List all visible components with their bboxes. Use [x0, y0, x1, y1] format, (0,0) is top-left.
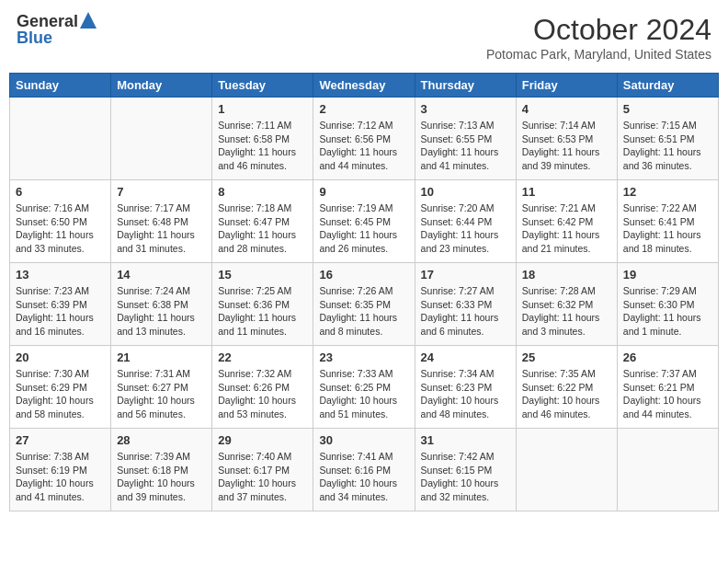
- cell-content: Sunrise: 7:38 AMSunset: 6:19 PMDaylight:…: [16, 450, 105, 504]
- calendar-cell: [111, 98, 212, 180]
- day-number: 24: [421, 350, 510, 364]
- calendar-cell: 12Sunrise: 7:22 AMSunset: 6:41 PMDayligh…: [617, 180, 718, 263]
- day-header-tuesday: Tuesday: [212, 74, 313, 98]
- cell-content: Sunrise: 7:37 AMSunset: 6:21 PMDaylight:…: [623, 367, 712, 421]
- day-number: 7: [117, 185, 206, 199]
- day-number: 26: [623, 350, 712, 364]
- day-number: 18: [522, 268, 611, 282]
- cell-content: Sunrise: 7:32 AMSunset: 6:26 PMDaylight:…: [218, 367, 307, 421]
- day-number: 27: [16, 433, 105, 447]
- logo-general-text: General: [17, 13, 78, 29]
- title-area: October 2024 Potomac Park, Maryland, Uni…: [486, 13, 711, 62]
- day-number: 20: [16, 350, 105, 364]
- calendar-cell: 23Sunrise: 7:33 AMSunset: 6:25 PMDayligh…: [313, 346, 415, 429]
- day-header-saturday: Saturday: [617, 74, 718, 98]
- calendar-cell: 13Sunrise: 7:23 AMSunset: 6:39 PMDayligh…: [10, 263, 111, 346]
- calendar-cell: 8Sunrise: 7:18 AMSunset: 6:47 PMDaylight…: [212, 180, 313, 263]
- day-number: 11: [522, 185, 611, 199]
- day-number: 22: [218, 350, 307, 364]
- calendar-cell: 4Sunrise: 7:14 AMSunset: 6:53 PMDaylight…: [516, 98, 617, 180]
- cell-content: Sunrise: 7:20 AMSunset: 6:44 PMDaylight:…: [421, 201, 510, 256]
- cell-content: Sunrise: 7:16 AMSunset: 6:50 PMDaylight:…: [16, 201, 105, 256]
- calendar-cell: 16Sunrise: 7:26 AMSunset: 6:35 PMDayligh…: [313, 263, 415, 346]
- logo: General Blue: [17, 13, 97, 46]
- calendar-cell: 1Sunrise: 7:11 AMSunset: 6:58 PMDaylight…: [212, 98, 313, 180]
- cell-content: Sunrise: 7:34 AMSunset: 6:23 PMDaylight:…: [421, 367, 510, 421]
- calendar-cell: [617, 429, 718, 511]
- calendar-table: SundayMondayTuesdayWednesdayThursdayFrid…: [9, 73, 719, 511]
- cell-content: Sunrise: 7:15 AMSunset: 6:51 PMDaylight:…: [623, 119, 712, 173]
- day-number: 15: [218, 268, 307, 282]
- calendar-cell: 26Sunrise: 7:37 AMSunset: 6:21 PMDayligh…: [617, 346, 718, 429]
- day-number: 12: [623, 185, 712, 199]
- cell-content: Sunrise: 7:24 AMSunset: 6:38 PMDaylight:…: [117, 284, 206, 339]
- day-number: 17: [421, 268, 510, 282]
- day-header-wednesday: Wednesday: [313, 74, 415, 98]
- day-header-sunday: Sunday: [10, 74, 111, 98]
- day-number: 16: [319, 268, 408, 282]
- calendar-cell: 2Sunrise: 7:12 AMSunset: 6:56 PMDaylight…: [313, 98, 415, 180]
- day-number: 19: [623, 268, 712, 282]
- cell-content: Sunrise: 7:39 AMSunset: 6:18 PMDaylight:…: [117, 450, 206, 504]
- cell-content: Sunrise: 7:35 AMSunset: 6:22 PMDaylight:…: [522, 367, 611, 421]
- day-number: 9: [319, 185, 408, 199]
- logo-blue-text: Blue: [17, 29, 52, 46]
- calendar-cell: 20Sunrise: 7:30 AMSunset: 6:29 PMDayligh…: [10, 346, 111, 429]
- calendar-cell: 15Sunrise: 7:25 AMSunset: 6:36 PMDayligh…: [212, 263, 313, 346]
- calendar-cell: 29Sunrise: 7:40 AMSunset: 6:17 PMDayligh…: [212, 429, 313, 511]
- cell-content: Sunrise: 7:41 AMSunset: 6:16 PMDaylight:…: [319, 450, 408, 504]
- day-number: 2: [319, 102, 408, 116]
- day-number: 4: [522, 102, 611, 116]
- cell-content: Sunrise: 7:40 AMSunset: 6:17 PMDaylight:…: [218, 450, 307, 504]
- logo-triangle-icon: [80, 12, 97, 29]
- location: Potomac Park, Maryland, United States: [486, 47, 711, 62]
- cell-content: Sunrise: 7:27 AMSunset: 6:33 PMDaylight:…: [421, 284, 510, 339]
- cell-content: Sunrise: 7:14 AMSunset: 6:53 PMDaylight:…: [522, 119, 611, 173]
- day-number: 23: [319, 350, 408, 364]
- calendar-week-row: 1Sunrise: 7:11 AMSunset: 6:58 PMDaylight…: [10, 98, 719, 180]
- cell-content: Sunrise: 7:21 AMSunset: 6:42 PMDaylight:…: [522, 201, 611, 256]
- calendar-cell: 17Sunrise: 7:27 AMSunset: 6:33 PMDayligh…: [415, 263, 516, 346]
- day-number: 31: [421, 433, 510, 447]
- calendar-cell: 25Sunrise: 7:35 AMSunset: 6:22 PMDayligh…: [516, 346, 617, 429]
- page-header: General Blue October 2024 Potomac Park, …: [9, 9, 719, 65]
- calendar-cell: 28Sunrise: 7:39 AMSunset: 6:18 PMDayligh…: [111, 429, 212, 511]
- day-header-friday: Friday: [516, 74, 617, 98]
- day-number: 30: [319, 433, 408, 447]
- calendar-cell: 24Sunrise: 7:34 AMSunset: 6:23 PMDayligh…: [415, 346, 516, 429]
- cell-content: Sunrise: 7:17 AMSunset: 6:48 PMDaylight:…: [117, 201, 206, 256]
- calendar-cell: 10Sunrise: 7:20 AMSunset: 6:44 PMDayligh…: [415, 180, 516, 263]
- calendar-cell: 27Sunrise: 7:38 AMSunset: 6:19 PMDayligh…: [10, 429, 111, 511]
- day-number: 28: [117, 433, 206, 447]
- cell-content: Sunrise: 7:12 AMSunset: 6:56 PMDaylight:…: [319, 119, 408, 173]
- calendar-cell: 5Sunrise: 7:15 AMSunset: 6:51 PMDaylight…: [617, 98, 718, 180]
- calendar-cell: [516, 429, 617, 511]
- day-number: 5: [623, 102, 712, 116]
- cell-content: Sunrise: 7:30 AMSunset: 6:29 PMDaylight:…: [16, 367, 105, 421]
- day-number: 6: [16, 185, 105, 199]
- calendar-cell: 19Sunrise: 7:29 AMSunset: 6:30 PMDayligh…: [617, 263, 718, 346]
- cell-content: Sunrise: 7:29 AMSunset: 6:30 PMDaylight:…: [623, 284, 712, 339]
- calendar-cell: 3Sunrise: 7:13 AMSunset: 6:55 PMDaylight…: [415, 98, 516, 180]
- cell-content: Sunrise: 7:42 AMSunset: 6:15 PMDaylight:…: [421, 450, 510, 504]
- cell-content: Sunrise: 7:11 AMSunset: 6:58 PMDaylight:…: [218, 119, 307, 173]
- calendar-cell: 14Sunrise: 7:24 AMSunset: 6:38 PMDayligh…: [111, 263, 212, 346]
- calendar-cell: 6Sunrise: 7:16 AMSunset: 6:50 PMDaylight…: [10, 180, 111, 263]
- cell-content: Sunrise: 7:23 AMSunset: 6:39 PMDaylight:…: [16, 284, 105, 339]
- day-number: 25: [522, 350, 611, 364]
- day-number: 1: [218, 102, 307, 116]
- cell-content: Sunrise: 7:18 AMSunset: 6:47 PMDaylight:…: [218, 201, 307, 256]
- cell-content: Sunrise: 7:25 AMSunset: 6:36 PMDaylight:…: [218, 284, 307, 339]
- day-number: 8: [218, 185, 307, 199]
- calendar-week-row: 27Sunrise: 7:38 AMSunset: 6:19 PMDayligh…: [10, 429, 719, 511]
- cell-content: Sunrise: 7:19 AMSunset: 6:45 PMDaylight:…: [319, 201, 408, 256]
- day-number: 13: [16, 268, 105, 282]
- calendar-week-row: 13Sunrise: 7:23 AMSunset: 6:39 PMDayligh…: [10, 263, 719, 346]
- day-number: 29: [218, 433, 307, 447]
- calendar-week-row: 20Sunrise: 7:30 AMSunset: 6:29 PMDayligh…: [10, 346, 719, 429]
- calendar-cell: 22Sunrise: 7:32 AMSunset: 6:26 PMDayligh…: [212, 346, 313, 429]
- day-number: 21: [117, 350, 206, 364]
- month-title: October 2024: [486, 13, 711, 47]
- day-number: 10: [421, 185, 510, 199]
- calendar-cell: [10, 98, 111, 180]
